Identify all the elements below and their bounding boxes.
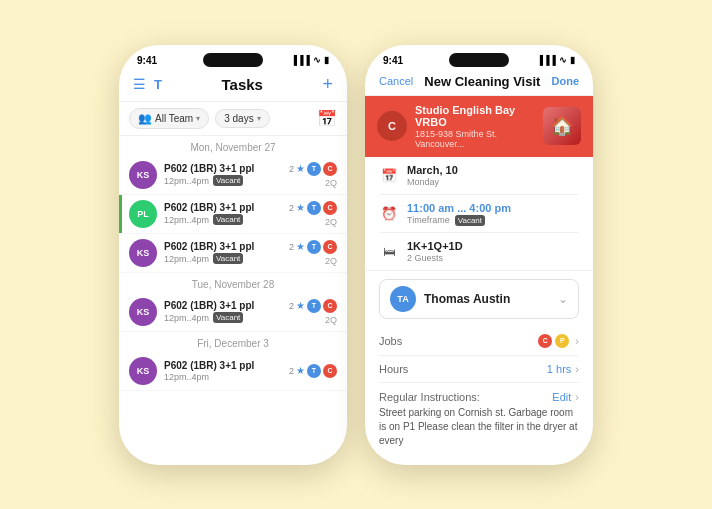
star-icon: ★ bbox=[296, 300, 305, 311]
time-row: ⏰ 11:00 am ... 4:00 pm Timeframe Vacant bbox=[379, 195, 579, 233]
instructions-text: Street parking on Cornish st. Garbage ro… bbox=[379, 406, 579, 448]
task-title: P602 (1BR) 3+1 ppl bbox=[164, 300, 289, 311]
wifi-icon: ∿ bbox=[559, 55, 567, 65]
task-info: P602 (1BR) 3+1 ppl 12pm..4pm bbox=[164, 360, 289, 382]
task-item[interactable]: KS P602 (1BR) 3+1 ppl 12pm..4pm Vacant 2… bbox=[119, 156, 347, 195]
right-phone: 9:41 ▐▐▐ ∿ ▮ Cancel New Cleaning Visit D… bbox=[365, 45, 593, 465]
vacant-badge: Vacant bbox=[213, 253, 243, 264]
wifi-icon: ∿ bbox=[313, 55, 321, 65]
job-dot-y: P bbox=[555, 334, 569, 348]
menu-icon[interactable]: ☰ bbox=[133, 76, 146, 92]
property-avatar: C bbox=[377, 111, 407, 141]
chevron-down-icon: ▾ bbox=[257, 114, 261, 123]
days-filter[interactable]: 3 days ▾ bbox=[215, 109, 269, 128]
avatar-small-t: T bbox=[307, 240, 321, 254]
assign-dropdown[interactable]: TA Thomas Austin ⌄ bbox=[379, 279, 579, 319]
task-sub: 12pm..4pm Vacant bbox=[164, 253, 289, 264]
count-2q: 2Q bbox=[325, 315, 337, 325]
battery-icon: ▮ bbox=[570, 55, 575, 65]
signal-icon: ▐▐▐ bbox=[291, 55, 310, 65]
date-main: March, 10 bbox=[407, 164, 579, 176]
hours-label: Hours bbox=[379, 363, 547, 375]
add-button[interactable]: + bbox=[322, 74, 333, 95]
right-header: Cancel New Cleaning Visit Done bbox=[365, 70, 593, 96]
time-main: 11:00 am ... 4:00 pm bbox=[407, 202, 579, 214]
task-sub: 12pm..4pm Vacant bbox=[164, 175, 289, 186]
calendar-icon[interactable]: 📅 bbox=[317, 109, 337, 128]
task-item[interactable]: PL P602 (1BR) 3+1 ppl 12pm..4pm Vacant 2… bbox=[119, 195, 347, 234]
date-header: Tue, November 28 bbox=[119, 273, 347, 293]
count-2q: 2Q bbox=[325, 217, 337, 227]
avatar: PL bbox=[129, 200, 157, 228]
team-icon[interactable]: T bbox=[154, 77, 162, 92]
chevron-down-icon: ⌄ bbox=[558, 292, 568, 306]
avatar-small-t: T bbox=[307, 299, 321, 313]
bed-icon: 🛏 bbox=[379, 241, 399, 261]
avatar-small-c: C bbox=[323, 364, 337, 378]
star-icon: ★ bbox=[296, 365, 305, 376]
home-icon: 🏠 bbox=[551, 115, 573, 137]
hours-value: 1 hrs bbox=[547, 363, 571, 375]
assign-avatar: TA bbox=[390, 286, 416, 312]
task-item[interactable]: KS P602 (1BR) 3+1 ppl 12pm..4pm Vacant 2… bbox=[119, 234, 347, 273]
job-dot-c: C bbox=[538, 334, 552, 348]
jobs-label: Jobs bbox=[379, 335, 538, 347]
task-right: 2 ★ T C 2Q bbox=[289, 240, 337, 266]
time-info: 11:00 am ... 4:00 pm Timeframe Vacant bbox=[407, 202, 579, 225]
time-sub: Timeframe Vacant bbox=[407, 215, 579, 225]
task-info: P602 (1BR) 3+1 ppl 12pm..4pm Vacant bbox=[164, 300, 289, 323]
done-button[interactable]: Done bbox=[552, 75, 580, 87]
left-phone: 9:41 ▐▐▐ ∿ ▮ ☰ T Tasks + 👥 All Team ▾ 3 … bbox=[119, 45, 347, 465]
count-2q: 2Q bbox=[325, 256, 337, 266]
property-name: Studio English Bay VRBO bbox=[415, 104, 535, 128]
task-sub: 12pm..4pm bbox=[164, 372, 289, 382]
property-banner[interactable]: C Studio English Bay VRBO 1815-938 Smith… bbox=[365, 96, 593, 157]
task-item[interactable]: KS P602 (1BR) 3+1 ppl 12pm..4pm Vacant 2… bbox=[119, 293, 347, 332]
chevron-right-icon: › bbox=[575, 363, 579, 375]
avatar: KS bbox=[129, 161, 157, 189]
right-status-icons: ▐▐▐ ∿ ▮ bbox=[537, 55, 575, 65]
chevron-right-icon: › bbox=[575, 391, 579, 403]
task-right: 2 ★ T C 2Q bbox=[289, 162, 337, 188]
task-title: P602 (1BR) 3+1 ppl bbox=[164, 241, 289, 252]
chevron-down-icon: ▾ bbox=[196, 114, 200, 123]
jobs-row[interactable]: Jobs C P › bbox=[379, 327, 579, 356]
task-info: P602 (1BR) 3+1 ppl 12pm..4pm Vacant bbox=[164, 163, 289, 186]
team-filter-label: All Team bbox=[155, 113, 193, 124]
instructions-header: Regular Instructions: Edit › bbox=[379, 391, 579, 403]
date-info: March, 10 Monday bbox=[407, 164, 579, 187]
vacant-badge: Vacant bbox=[213, 214, 243, 225]
vacant-badge: Vacant bbox=[213, 175, 243, 186]
vacant-badge: Vacant bbox=[455, 215, 485, 226]
detail-section: 📅 March, 10 Monday ⏰ 11:00 am ... 4:00 p… bbox=[365, 157, 593, 270]
avatar-small-t: T bbox=[307, 162, 321, 176]
avatar: KS bbox=[129, 239, 157, 267]
avatar: KS bbox=[129, 357, 157, 385]
task-icons: 2 ★ T C bbox=[289, 299, 337, 313]
task-icons: 2 ★ T C bbox=[289, 364, 337, 378]
task-info: P602 (1BR) 3+1 ppl 12pm..4pm Vacant bbox=[164, 241, 289, 264]
clock-icon: ⏰ bbox=[379, 203, 399, 223]
cancel-button[interactable]: Cancel bbox=[379, 75, 413, 87]
avatar-small-c: C bbox=[323, 201, 337, 215]
property-address: 1815-938 Smithe St. Vancouver... bbox=[415, 129, 535, 149]
info-rows: Jobs C P › Hours 1 hrs › bbox=[365, 327, 593, 383]
instructions-label: Regular Instructions: bbox=[379, 391, 552, 403]
guests-row: 🛏 1K+1Q+1D 2 Guests bbox=[379, 233, 579, 270]
task-list: Mon, November 27 KS P602 (1BR) 3+1 ppl 1… bbox=[119, 136, 347, 391]
calendar-icon: 📅 bbox=[379, 165, 399, 185]
avatar-small-t: T bbox=[307, 364, 321, 378]
team-filter[interactable]: 👥 All Team ▾ bbox=[129, 108, 209, 129]
star-icon: ★ bbox=[296, 163, 305, 174]
instructions-section: Regular Instructions: Edit › Street park… bbox=[365, 383, 593, 448]
task-sub: 12pm..4pm Vacant bbox=[164, 214, 289, 225]
task-item[interactable]: KS P602 (1BR) 3+1 ppl 12pm..4pm 2 ★ T C bbox=[119, 352, 347, 391]
date-row: 📅 March, 10 Monday bbox=[379, 157, 579, 195]
hours-row[interactable]: Hours 1 hrs › bbox=[379, 356, 579, 383]
guests-main: 1K+1Q+1D bbox=[407, 240, 579, 252]
edit-button[interactable]: Edit bbox=[552, 391, 571, 403]
page-title: Tasks bbox=[162, 76, 323, 93]
battery-icon: ▮ bbox=[324, 55, 329, 65]
task-icons: 2 ★ T C bbox=[289, 162, 337, 176]
property-image: 🏠 bbox=[543, 107, 581, 145]
